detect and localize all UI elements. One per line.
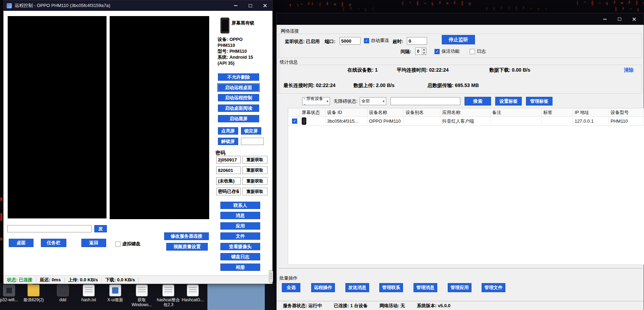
close-button[interactable]: [627, 13, 642, 25]
maximize-button[interactable]: [243, 0, 258, 11]
server-manager-window: 网络连接 监听状态: 已启用 端口: 自动重连 超时: 停止监听 间隔: 0 保…: [276, 13, 644, 310]
set-tags-button[interactable]: 设置标签: [495, 97, 522, 106]
refresh-password-button-4[interactable]: 重新获取: [242, 188, 268, 195]
messages-button[interactable]: 消息: [220, 212, 260, 219]
port-input[interactable]: [339, 37, 360, 45]
gallery-button[interactable]: 相册: [220, 264, 260, 271]
start-black-screen-button[interactable]: 启动黑屏: [218, 115, 259, 122]
keepalive-checkbox[interactable]: [434, 49, 440, 54]
select-all-button[interactable]: 全选: [282, 283, 300, 292]
upload-rate: 上传: 0.0 KB/s: [65, 277, 102, 283]
start-remote-desktop-button[interactable]: 启动远程桌面: [218, 84, 259, 91]
password-field-4[interactable]: [216, 188, 241, 195]
send-message-button[interactable]: 发送消息: [345, 283, 369, 292]
taskbar-item-label: 获取 Windows...: [129, 297, 155, 307]
remote-window-titlebar[interactable]: 远程控制 - OPPO PHM110 (3bc05fc4f3159a7a): [3, 0, 272, 11]
auto-reconnect-checkbox[interactable]: [364, 38, 369, 43]
taskbar-item-hashcat-pack[interactable]: hashcat整合包2.3: [155, 283, 182, 307]
taskbar-item-zuiqiang[interactable]: 最强629(2): [20, 283, 47, 302]
header-ip[interactable]: IP 地址: [573, 108, 609, 116]
unlock-screen-button[interactable]: 解锁屏: [218, 138, 238, 145]
header-select: [288, 108, 300, 116]
maximize-button[interactable]: [612, 13, 627, 25]
timeout-input[interactable]: [407, 37, 427, 45]
header-tag[interactable]: 标签: [542, 108, 573, 116]
manage-messages-button[interactable]: 管理消息: [414, 283, 437, 292]
taskbar-item-hashcatg[interactable]: HashcatG...: [182, 283, 204, 302]
remote-operate-button[interactable]: 远程操作: [311, 283, 335, 292]
cell-app-name: 抖音红人客户端: [440, 117, 490, 125]
taskbar-item-hash-txt[interactable]: hash.txt: [75, 283, 102, 302]
password-field-2[interactable]: [216, 166, 241, 174]
back-button[interactable]: 返回: [81, 239, 106, 247]
taskbar-item-wifi[interactable]: p32-wifi...: [0, 283, 22, 302]
desktop-button[interactable]: 桌面: [9, 239, 34, 247]
taskbar-item-label: hash.txt: [75, 297, 102, 302]
taskbar-button[interactable]: 任务栏: [41, 239, 66, 247]
taskbar-item-xui[interactable]: X-ui最新: [102, 283, 129, 302]
remote-screen-primary[interactable]: [8, 16, 107, 218]
header-device-id[interactable]: 设备 ID: [325, 108, 367, 116]
accessibility-select[interactable]: 全部: [360, 97, 386, 105]
header-device-alias[interactable]: 设备别名: [404, 108, 440, 116]
video-quality-button[interactable]: 视频质量设置: [166, 243, 208, 251]
start-desktop-read-button[interactable]: 启动桌面阅读: [218, 104, 259, 112]
minimize-button[interactable]: [228, 0, 243, 11]
minimize-button[interactable]: [598, 13, 612, 25]
log-checkbox[interactable]: [470, 49, 475, 54]
virtual-keyboard-checkbox[interactable]: [115, 241, 120, 247]
minimize-icon: [603, 19, 607, 20]
send-text-input[interactable]: [7, 225, 92, 232]
taskbar-preview-highlight[interactable]: [207, 283, 265, 310]
taskbar-item-label: 最强629(2): [20, 297, 47, 302]
password-field-3[interactable]: [216, 177, 241, 185]
camera-view-button[interactable]: 查看摄像头: [220, 243, 260, 250]
header-remark[interactable]: 备注: [490, 108, 542, 116]
unlock-code-input[interactable]: [241, 138, 264, 145]
clear-stats-link[interactable]: 清除: [624, 67, 634, 73]
device-filter-select[interactable]: - 所有设备 -: [302, 97, 330, 105]
manage-contacts-button[interactable]: 管理联系: [379, 283, 403, 292]
refresh-password-button-1[interactable]: 重新获取: [242, 156, 268, 164]
scrollbar-grip[interactable]: [269, 270, 273, 283]
header-device-name[interactable]: 设备名称: [367, 108, 404, 116]
manage-tags-button[interactable]: 管理标签: [526, 97, 552, 106]
files-button[interactable]: 文件: [220, 232, 260, 240]
refresh-password-button-3[interactable]: 重新获取: [242, 177, 268, 185]
apps-button[interactable]: 应用: [220, 222, 260, 230]
search-button[interactable]: 搜索: [464, 97, 491, 106]
interval-spinner[interactable]: 0: [415, 48, 426, 55]
row-checkbox[interactable]: [292, 118, 297, 124]
manage-apps-button[interactable]: 管理应用: [448, 283, 471, 292]
taskbar-item-ddd[interactable]: ddd: [50, 283, 76, 302]
remote-screen-secondary[interactable]: [110, 16, 209, 219]
header-screen-status[interactable]: 屏幕状态: [300, 108, 325, 116]
server-window-titlebar[interactable]: [277, 13, 644, 25]
keylog-button[interactable]: 键盘日志: [220, 253, 260, 260]
start-remote-control-button[interactable]: 启动远程控制: [218, 94, 259, 101]
close-button[interactable]: [258, 0, 272, 11]
taskbar-item-get-windows[interactable]: 获取 Windows...: [129, 283, 155, 307]
refresh-password-button-2[interactable]: 重新获取: [242, 166, 268, 174]
send-button[interactable]: 发: [94, 225, 107, 232]
no-delete-button[interactable]: 不允许删除: [218, 73, 259, 81]
server-connect-button[interactable]: 修改服务器连接: [164, 232, 209, 240]
lock-screen-button[interactable]: 锁定屏: [241, 127, 261, 135]
header-app-name[interactable]: 应用名称: [440, 108, 490, 116]
text-file-icon: [162, 284, 174, 296]
virtual-keyboard-label: 虚拟键盘: [122, 241, 140, 247]
spinner-arrows-icon[interactable]: [422, 48, 426, 55]
cell-device-alias: [404, 117, 440, 125]
device-table-row[interactable]: 3bc05fc4f315... OPPO PHM110 抖音红人客户端 127.…: [288, 117, 644, 126]
device-search-input[interactable]: [390, 97, 460, 105]
stop-listen-button[interactable]: 停止监听: [442, 35, 475, 44]
contacts-button[interactable]: 联系人: [220, 202, 260, 209]
password-field-1[interactable]: [216, 156, 241, 164]
avg-connect-time: 平均连接时间: 02:22:24: [397, 67, 449, 73]
screen-lock-status: 屏幕黑有锁: [232, 20, 254, 26]
header-model[interactable]: 设备型号: [609, 108, 644, 116]
device-thumbnail: [220, 17, 229, 34]
manage-files-button[interactable]: 管理文件: [482, 283, 505, 292]
light-screen-button[interactable]: 点亮屏: [218, 127, 238, 135]
timeout-label: 超时:: [393, 38, 403, 45]
